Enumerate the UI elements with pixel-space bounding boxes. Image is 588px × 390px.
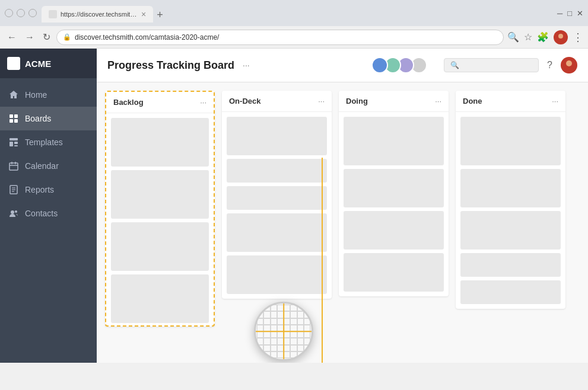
sidebar-label-home: Home [25,90,47,100]
sidebar-item-reports[interactable]: Reports [0,178,97,202]
sidebar-label-reports: Reports [25,185,54,194]
column-header-backlog: Backlog ··· [106,92,214,113]
column-menu-doing[interactable]: ··· [435,97,441,106]
card[interactable] [111,170,209,219]
window-right-controls: ─ □ ✕ [557,9,583,18]
grid-cell [263,338,270,344]
svg-rect-9 [14,145,18,146]
header-search[interactable]: 🔍 [444,58,539,72]
card[interactable] [460,253,561,277]
browser-tab[interactable]: https://discover.techsmith.com/c... × [42,6,153,23]
navigation-bar: ← → ↻ 🔒 discover.techsmith.com/camtasia-… [0,26,588,49]
titlebar: https://discover.techsmith.com/c... × + … [0,0,588,26]
card[interactable] [227,159,327,183]
maximize-button[interactable] [28,9,37,17]
svg-rect-7 [9,142,13,146]
back-button[interactable]: ← [5,31,19,44]
grid-cell [277,351,284,358]
card[interactable] [111,222,209,271]
column-on-deck: On-Deck ··· [222,91,332,299]
card[interactable] [460,280,561,304]
card[interactable] [227,255,327,294]
sidebar-logo: ACME [0,49,97,78]
tab-favicon [49,10,57,18]
grid-cell [284,351,290,358]
sidebar-item-calendar[interactable]: Calendar [0,154,97,178]
svg-rect-8 [14,142,18,144]
grid-cell [290,338,297,344]
column-cards-doing [339,112,449,296]
address-bar[interactable]: 🔒 discover.techsmith.com/camtasia-2020-a… [56,30,504,45]
refresh-button[interactable]: ↻ [40,30,53,44]
card[interactable] [344,169,444,207]
sidebar-item-templates[interactable]: Templates [0,130,97,154]
card[interactable] [111,118,209,167]
column-title-on-deck: On-Deck [229,97,260,106]
svg-point-0 [558,34,563,39]
user-profile-avatar[interactable] [561,57,577,73]
column-cards-done [456,112,565,309]
column-doing: Doing ··· [339,91,449,296]
column-menu-on-deck[interactable]: ··· [318,97,325,106]
card[interactable] [227,186,327,210]
grid-cell [297,345,304,351]
card[interactable] [344,211,444,250]
card[interactable] [460,211,561,250]
window-controls [5,9,37,17]
close-button[interactable] [5,9,13,17]
win-min-icon[interactable]: ─ [557,9,562,18]
grid-cell [304,351,310,358]
reports-icon [8,184,19,195]
grid-cell [263,351,270,358]
title-menu-button[interactable]: ··· [241,59,251,71]
main-header: Progress Tracking Board ··· 🔍 ? [97,49,588,82]
url-text: discover.techsmith.com/camtasia-2020-acm… [75,33,219,41]
svg-point-19 [15,210,17,213]
browser-user-avatar[interactable] [554,30,568,44]
grid-cell [257,338,263,344]
forward-button[interactable]: → [23,31,37,44]
search-icon[interactable]: 🔍 [507,31,519,43]
card[interactable] [460,117,561,165]
column-header-doing: Doing ··· [339,91,449,112]
sidebar-item-home[interactable]: Home [0,83,97,107]
grid-cell [257,345,263,351]
home-icon [8,89,19,100]
sidebar: ACME Home Boards Templa [0,49,97,363]
tab-close-button[interactable]: × [141,9,146,19]
boards-icon [8,113,19,124]
win-close-icon[interactable]: ✕ [577,9,583,18]
card[interactable] [460,169,561,207]
card[interactable] [227,213,327,252]
column-menu-done[interactable]: ··· [552,97,558,106]
card[interactable] [344,117,444,165]
bookmark-icon[interactable]: ☆ [524,31,532,43]
avatar-1[interactable] [371,57,388,73]
minimize-button[interactable] [17,9,25,17]
svg-rect-4 [9,119,13,123]
sidebar-item-contacts[interactable]: Contacts [0,202,97,225]
column-backlog: Backlog ··· [105,91,215,327]
help-button[interactable]: ? [545,59,555,72]
svg-point-20 [566,60,572,66]
templates-icon [8,137,19,148]
grid-cell [271,338,277,344]
header-right: 🔍 ? [444,57,577,73]
browser-menu-icon[interactable]: ⋮ [573,31,583,44]
sidebar-item-boards[interactable]: Boards [0,107,97,130]
column-header-done: Done ··· [456,91,565,112]
grid-cell [304,338,310,344]
card[interactable] [344,253,444,292]
svg-rect-3 [14,114,18,118]
win-max-icon[interactable]: □ [567,9,572,18]
extension-icon[interactable]: 🧩 [537,31,549,43]
grid-cell [271,345,277,351]
column-title-done: Done [463,97,482,106]
lock-icon: 🔒 [63,33,71,41]
card[interactable] [227,117,327,155]
new-tab-button[interactable]: + [157,9,163,23]
svg-rect-10 [9,163,18,170]
card[interactable] [111,274,209,323]
column-menu-backlog[interactable]: ··· [200,98,206,107]
avatar-group [375,57,427,73]
